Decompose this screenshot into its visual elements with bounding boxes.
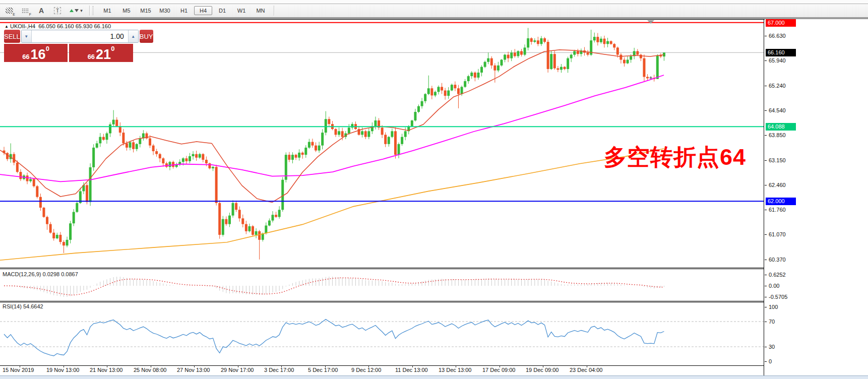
candle-body bbox=[553, 54, 556, 68]
candle-body bbox=[411, 120, 413, 126]
candle-body bbox=[507, 55, 510, 58]
candle-body bbox=[577, 51, 579, 54]
timeframe-button-mn[interactable]: MN bbox=[252, 6, 270, 15]
timeframe-button-h1[interactable]: H1 bbox=[175, 6, 193, 15]
candle-body bbox=[63, 242, 65, 245]
candle-body bbox=[152, 146, 155, 151]
candle-body bbox=[417, 106, 420, 112]
candle-body bbox=[640, 55, 642, 58]
chart-toolbar: E F A T ▾ M1M5M15M30H1H4D1W1MN bbox=[0, 4, 868, 17]
candle-body bbox=[36, 186, 38, 197]
candlestick-chart-canvas[interactable] bbox=[0, 19, 764, 375]
time-axis[interactable]: 15 Nov 201919 Nov 13:0021 Nov 13:0025 No… bbox=[0, 366, 764, 375]
candle-body bbox=[169, 162, 171, 167]
ask-price-tile[interactable]: 66 21 0 bbox=[69, 44, 133, 62]
arrow-up-icon bbox=[70, 9, 74, 12]
time-axis-tick bbox=[543, 365, 543, 367]
candle-body bbox=[444, 90, 447, 96]
macd-signal-line bbox=[4, 278, 664, 295]
text-box-button[interactable]: T bbox=[50, 5, 65, 16]
axis-tick bbox=[765, 347, 767, 347]
candle-body bbox=[255, 231, 258, 235]
price-scale-axis[interactable]: 67.00066.63066.16065.94065.24064.54064.0… bbox=[765, 19, 868, 375]
candle-body bbox=[510, 52, 513, 58]
buy-button[interactable]: BUY bbox=[140, 30, 153, 43]
candle-body bbox=[328, 119, 330, 124]
candle-body bbox=[136, 144, 138, 149]
time-axis-tick bbox=[107, 365, 107, 367]
volume-increase-button[interactable]: ▲ bbox=[128, 30, 138, 42]
macd-scale-label: -0.5705 bbox=[769, 293, 787, 301]
volume-input[interactable] bbox=[32, 30, 128, 42]
timeframe-button-m1[interactable]: M1 bbox=[98, 6, 116, 15]
candle-body bbox=[218, 203, 221, 235]
candle-body bbox=[115, 120, 118, 127]
toolbar-drag-handle[interactable] bbox=[93, 6, 95, 15]
candle-body bbox=[129, 142, 132, 148]
time-axis-label: 17 Dec 09:00 bbox=[482, 367, 515, 373]
rsi-line bbox=[4, 320, 664, 356]
candle-body bbox=[547, 42, 549, 69]
candle-body bbox=[338, 131, 340, 135]
timeframe-button-m15[interactable]: M15 bbox=[137, 6, 155, 15]
candle-body bbox=[89, 167, 92, 202]
candle-body bbox=[252, 226, 254, 235]
price-scale-label: 60.370 bbox=[769, 256, 786, 264]
candle-body bbox=[630, 56, 632, 59]
candle-body bbox=[258, 231, 261, 240]
candle-body bbox=[470, 73, 473, 76]
candle-body bbox=[537, 40, 539, 44]
timeframe-button-h4[interactable]: H4 bbox=[194, 6, 212, 15]
timeframe-button-m5[interactable]: M5 bbox=[117, 6, 136, 15]
rsi-indicator-label: RSI(14) 54.6642 bbox=[3, 303, 43, 309]
bid-price-tile[interactable]: 66 16 0 bbox=[4, 44, 68, 62]
sell-button[interactable]: SELL bbox=[4, 30, 20, 43]
candle-body bbox=[504, 55, 506, 60]
candle-body bbox=[52, 233, 55, 238]
candle-body bbox=[474, 73, 476, 78]
text-label-button[interactable]: A bbox=[34, 5, 48, 16]
timeframe-button-d1[interactable]: D1 bbox=[213, 6, 231, 15]
arrow-down-icon bbox=[75, 9, 79, 12]
candle-body bbox=[76, 203, 78, 212]
candle-body bbox=[42, 208, 45, 217]
candle-body bbox=[404, 131, 407, 137]
candle-body bbox=[451, 85, 453, 90]
time-axis-label: 21 Nov 13:00 bbox=[90, 367, 122, 373]
candle-body bbox=[646, 77, 649, 79]
candle-body bbox=[596, 37, 599, 42]
time-axis-label: 11 Dec 13:00 bbox=[395, 367, 428, 373]
quote-open: 66.050 bbox=[38, 23, 55, 29]
candle-body bbox=[600, 39, 602, 42]
axis-tick bbox=[765, 60, 767, 61]
candle-body bbox=[96, 143, 98, 148]
candle-body bbox=[467, 76, 470, 81]
icon-sub-letter: F bbox=[29, 13, 31, 16]
candle-body bbox=[501, 60, 503, 66]
candle-body bbox=[215, 167, 218, 203]
candle-body bbox=[603, 39, 605, 44]
indicators-hatch-button[interactable]: E bbox=[2, 5, 16, 16]
timeframe-button-m30[interactable]: M30 bbox=[156, 6, 174, 15]
candle-body bbox=[192, 154, 195, 156]
axis-tick bbox=[765, 210, 767, 210]
candle-body bbox=[311, 142, 314, 146]
candle-body bbox=[567, 58, 569, 69]
volume-decrease-button[interactable]: ▼ bbox=[22, 30, 32, 42]
timeframe-button-w1[interactable]: W1 bbox=[232, 6, 251, 15]
candle-body bbox=[122, 133, 125, 143]
sort-arrows-button[interactable]: ▾ bbox=[67, 5, 86, 16]
candle-body bbox=[619, 55, 622, 60]
candle-body bbox=[225, 219, 227, 224]
candle-body bbox=[132, 142, 135, 149]
time-axis-label: 19 Nov 13:00 bbox=[46, 367, 79, 373]
candle-body bbox=[540, 38, 542, 44]
time-axis-label: 27 Nov 13:00 bbox=[177, 367, 210, 373]
candle-body bbox=[361, 131, 363, 135]
candle-body bbox=[364, 131, 367, 137]
candle-body bbox=[222, 219, 224, 235]
grid-dots-button[interactable]: F bbox=[18, 5, 32, 16]
candle-body bbox=[301, 153, 304, 155]
candle-body bbox=[464, 81, 466, 87]
macd-scale-label: 0.00 bbox=[769, 282, 779, 290]
